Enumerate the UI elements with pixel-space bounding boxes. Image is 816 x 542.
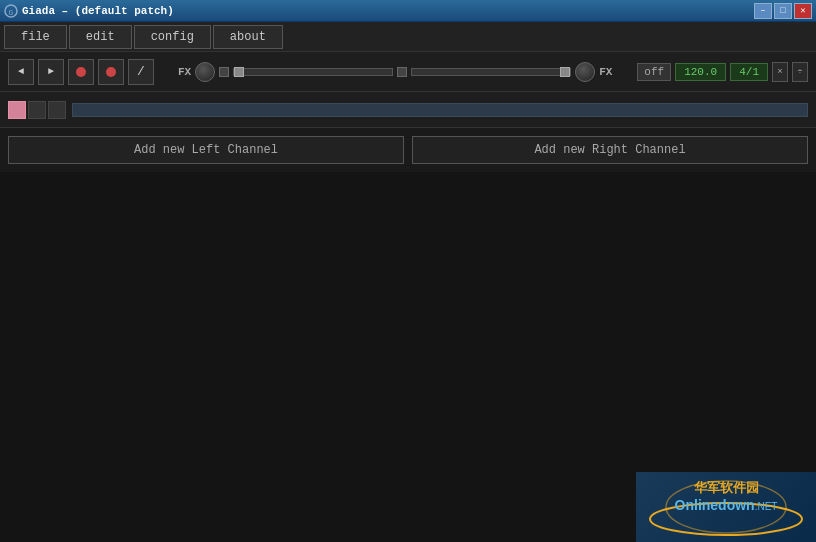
maximize-button[interactable]: □ [774, 3, 792, 19]
menu-edit[interactable]: edit [69, 25, 132, 49]
beat-progress-bar [72, 103, 808, 117]
fx-right-knob[interactable] [575, 62, 595, 82]
svg-text:G: G [9, 8, 14, 17]
close-button[interactable]: ✕ [794, 3, 812, 19]
fx-right-dot2 [397, 67, 407, 77]
menu-config[interactable]: config [134, 25, 211, 49]
app-icon: G [4, 4, 18, 18]
minimize-button[interactable]: – [754, 3, 772, 19]
menu-file[interactable]: file [4, 25, 67, 49]
stop-button[interactable] [68, 59, 94, 85]
channel-area: Add new Left Channel Add new Right Chann… [0, 128, 816, 172]
bpm-status[interactable]: off [637, 63, 671, 81]
right-controls: off 120.0 4/1 × ÷ [637, 62, 808, 82]
menu-bar: file edit config about [0, 22, 816, 52]
beat-cell-2 [48, 101, 66, 119]
transport-bar: ◄ ► / FX FX off 120.0 4/1 × ÷ [0, 52, 816, 92]
record-button[interactable] [98, 59, 124, 85]
svg-point-3 [106, 67, 116, 77]
watermark-line1: 华军软件园 [646, 479, 806, 497]
fx-left-label: FX [178, 66, 191, 78]
watermark: 华军软件园 Onlinedown.NET [636, 472, 816, 542]
fx-left-section: FX FX [178, 62, 612, 82]
play-button[interactable]: ► [38, 59, 64, 85]
beat-cell-1 [28, 101, 46, 119]
time-sig[interactable]: 4/1 [730, 63, 768, 81]
window-title: Giada – (default patch) [22, 5, 174, 17]
fx-left-knob[interactable] [195, 62, 215, 82]
metronome-button[interactable]: / [128, 59, 154, 85]
fx-right-label: FX [599, 66, 612, 78]
add-right-channel-button[interactable]: Add new Right Channel [412, 136, 808, 164]
beat-area [0, 92, 816, 128]
fx-right-slider[interactable] [411, 68, 571, 76]
svg-point-2 [76, 67, 86, 77]
fx-left-slider[interactable] [233, 68, 393, 76]
add-left-channel-button[interactable]: Add new Left Channel [8, 136, 404, 164]
beat-active [8, 101, 26, 119]
bpm-value[interactable]: 120.0 [675, 63, 726, 81]
fx-left-dot [219, 67, 229, 77]
watermark-line2: Onlinedown.NET [646, 497, 806, 513]
menu-about[interactable]: about [213, 25, 283, 49]
window-controls: – □ ✕ [754, 3, 812, 19]
rewind-button[interactable]: ◄ [8, 59, 34, 85]
btn-div[interactable]: ÷ [792, 62, 808, 82]
btn-x[interactable]: × [772, 62, 788, 82]
title-bar: G Giada – (default patch) – □ ✕ [0, 0, 816, 22]
